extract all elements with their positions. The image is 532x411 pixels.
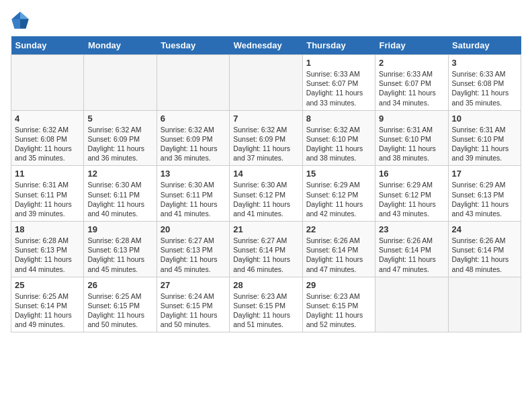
header (11, 11, 521, 30)
calendar-cell: 23Sunrise: 6:26 AM Sunset: 6:14 PM Dayli… (375, 222, 448, 277)
calendar-cell: 19Sunrise: 6:28 AM Sunset: 6:13 PM Dayli… (84, 222, 157, 277)
day-number: 5 (87, 113, 152, 124)
day-number: 27 (161, 280, 226, 290)
day-number: 1 (306, 58, 371, 68)
header-day-monday: Monday (84, 36, 157, 55)
day-info: Sunrise: 6:23 AM Sunset: 6:15 PM Dayligh… (306, 291, 371, 330)
day-info: Sunrise: 6:32 AM Sunset: 6:08 PM Dayligh… (15, 125, 80, 163)
day-info: Sunrise: 6:28 AM Sunset: 6:13 PM Dayligh… (15, 236, 80, 274)
day-info: Sunrise: 6:30 AM Sunset: 6:11 PM Dayligh… (87, 180, 152, 218)
calendar-cell: 13Sunrise: 6:30 AM Sunset: 6:11 PM Dayli… (157, 166, 229, 222)
header-day-wednesday: Wednesday (230, 36, 302, 55)
day-number: 9 (379, 113, 444, 124)
day-number: 20 (161, 224, 226, 234)
calendar-cell: 25Sunrise: 6:25 AM Sunset: 6:14 PM Dayli… (11, 277, 84, 332)
day-info: Sunrise: 6:24 AM Sunset: 6:15 PM Dayligh… (161, 291, 226, 330)
day-number: 21 (233, 224, 298, 234)
day-info: Sunrise: 6:32 AM Sunset: 6:10 PM Dayligh… (306, 125, 371, 163)
day-number: 11 (15, 169, 80, 179)
calendar-cell: 17Sunrise: 6:29 AM Sunset: 6:13 PM Dayli… (448, 166, 521, 222)
calendar-cell: 1Sunrise: 6:33 AM Sunset: 6:07 PM Daylig… (302, 55, 375, 111)
day-info: Sunrise: 6:33 AM Sunset: 6:07 PM Dayligh… (379, 69, 444, 107)
day-info: Sunrise: 6:25 AM Sunset: 6:15 PM Dayligh… (87, 291, 152, 330)
day-number: 16 (379, 169, 444, 179)
calendar-cell: 15Sunrise: 6:29 AM Sunset: 6:12 PM Dayli… (302, 166, 375, 222)
day-info: Sunrise: 6:29 AM Sunset: 6:13 PM Dayligh… (452, 180, 517, 218)
calendar-cell: 18Sunrise: 6:28 AM Sunset: 6:13 PM Dayli… (11, 222, 84, 277)
calendar-cell: 2Sunrise: 6:33 AM Sunset: 6:07 PM Daylig… (375, 55, 448, 111)
calendar-cell: 28Sunrise: 6:23 AM Sunset: 6:15 PM Dayli… (230, 277, 302, 332)
calendar-cell: 6Sunrise: 6:32 AM Sunset: 6:09 PM Daylig… (157, 110, 229, 166)
calendar-cell: 8Sunrise: 6:32 AM Sunset: 6:10 PM Daylig… (302, 110, 375, 166)
day-info: Sunrise: 6:29 AM Sunset: 6:12 PM Dayligh… (379, 180, 444, 218)
week-row-4: 18Sunrise: 6:28 AM Sunset: 6:13 PM Dayli… (11, 222, 521, 277)
day-info: Sunrise: 6:26 AM Sunset: 6:14 PM Dayligh… (306, 236, 371, 274)
logo-icon (11, 11, 30, 30)
day-number: 17 (452, 169, 517, 179)
calendar-cell: 16Sunrise: 6:29 AM Sunset: 6:12 PM Dayli… (375, 166, 448, 222)
calendar-cell: 12Sunrise: 6:30 AM Sunset: 6:11 PM Dayli… (84, 166, 157, 222)
calendar-cell: 22Sunrise: 6:26 AM Sunset: 6:14 PM Dayli… (302, 222, 375, 277)
day-info: Sunrise: 6:33 AM Sunset: 6:08 PM Dayligh… (452, 69, 517, 107)
day-number: 18 (15, 224, 80, 234)
calendar-table: SundayMondayTuesdayWednesdayThursdayFrid… (11, 36, 521, 332)
svg-marker-1 (20, 11, 29, 19)
calendar-cell: 29Sunrise: 6:23 AM Sunset: 6:15 PM Dayli… (302, 277, 375, 332)
header-day-saturday: Saturday (448, 36, 521, 55)
day-number: 25 (15, 280, 80, 290)
day-info: Sunrise: 6:31 AM Sunset: 6:11 PM Dayligh… (15, 180, 80, 218)
calendar-cell: 24Sunrise: 6:26 AM Sunset: 6:14 PM Dayli… (448, 222, 521, 277)
day-number: 24 (452, 224, 517, 234)
day-info: Sunrise: 6:23 AM Sunset: 6:15 PM Dayligh… (233, 291, 298, 330)
day-number: 10 (452, 113, 517, 124)
day-number: 23 (379, 224, 444, 234)
day-info: Sunrise: 6:29 AM Sunset: 6:12 PM Dayligh… (306, 180, 371, 218)
day-info: Sunrise: 6:32 AM Sunset: 6:09 PM Dayligh… (161, 125, 226, 163)
day-info: Sunrise: 6:30 AM Sunset: 6:12 PM Dayligh… (233, 180, 298, 218)
header-day-tuesday: Tuesday (157, 36, 229, 55)
week-row-5: 25Sunrise: 6:25 AM Sunset: 6:14 PM Dayli… (11, 277, 521, 332)
calendar-cell (375, 277, 448, 332)
day-number: 4 (15, 113, 80, 124)
day-number: 13 (161, 169, 226, 179)
calendar-cell: 9Sunrise: 6:31 AM Sunset: 6:10 PM Daylig… (375, 110, 448, 166)
svg-marker-3 (11, 19, 20, 29)
header-row: SundayMondayTuesdayWednesdayThursdayFrid… (11, 36, 521, 55)
day-number: 22 (306, 224, 371, 234)
day-info: Sunrise: 6:31 AM Sunset: 6:10 PM Dayligh… (452, 125, 517, 163)
day-number: 29 (306, 280, 371, 290)
header-day-thursday: Thursday (302, 36, 375, 55)
day-info: Sunrise: 6:32 AM Sunset: 6:09 PM Dayligh… (87, 125, 152, 163)
calendar-cell: 21Sunrise: 6:27 AM Sunset: 6:14 PM Dayli… (230, 222, 302, 277)
day-info: Sunrise: 6:26 AM Sunset: 6:14 PM Dayligh… (379, 236, 444, 274)
calendar-cell: 14Sunrise: 6:30 AM Sunset: 6:12 PM Dayli… (230, 166, 302, 222)
svg-marker-2 (20, 19, 29, 29)
day-number: 12 (87, 169, 152, 179)
day-number: 8 (306, 113, 371, 124)
calendar-cell: 7Sunrise: 6:32 AM Sunset: 6:09 PM Daylig… (230, 110, 302, 166)
day-info: Sunrise: 6:31 AM Sunset: 6:10 PM Dayligh… (379, 125, 444, 163)
calendar-cell (230, 55, 302, 111)
day-info: Sunrise: 6:27 AM Sunset: 6:14 PM Dayligh… (233, 236, 298, 274)
week-row-1: 1Sunrise: 6:33 AM Sunset: 6:07 PM Daylig… (11, 55, 521, 111)
day-info: Sunrise: 6:30 AM Sunset: 6:11 PM Dayligh… (161, 180, 226, 218)
calendar-cell (448, 277, 521, 332)
header-day-sunday: Sunday (11, 36, 84, 55)
week-row-3: 11Sunrise: 6:31 AM Sunset: 6:11 PM Dayli… (11, 166, 521, 222)
calendar-cell: 10Sunrise: 6:31 AM Sunset: 6:10 PM Dayli… (448, 110, 521, 166)
calendar-cell: 4Sunrise: 6:32 AM Sunset: 6:08 PM Daylig… (11, 110, 84, 166)
calendar-cell: 26Sunrise: 6:25 AM Sunset: 6:15 PM Dayli… (84, 277, 157, 332)
calendar-cell: 20Sunrise: 6:27 AM Sunset: 6:13 PM Dayli… (157, 222, 229, 277)
day-number: 6 (161, 113, 226, 124)
day-info: Sunrise: 6:26 AM Sunset: 6:14 PM Dayligh… (452, 236, 517, 274)
header-day-friday: Friday (375, 36, 448, 55)
calendar-cell (11, 55, 84, 111)
calendar-cell: 3Sunrise: 6:33 AM Sunset: 6:08 PM Daylig… (448, 55, 521, 111)
calendar-cell (84, 55, 157, 111)
calendar-cell: 5Sunrise: 6:32 AM Sunset: 6:09 PM Daylig… (84, 110, 157, 166)
day-number: 2 (379, 58, 444, 68)
day-info: Sunrise: 6:32 AM Sunset: 6:09 PM Dayligh… (233, 125, 298, 163)
week-row-2: 4Sunrise: 6:32 AM Sunset: 6:08 PM Daylig… (11, 110, 521, 166)
calendar-cell (157, 55, 229, 111)
day-number: 3 (452, 58, 517, 68)
